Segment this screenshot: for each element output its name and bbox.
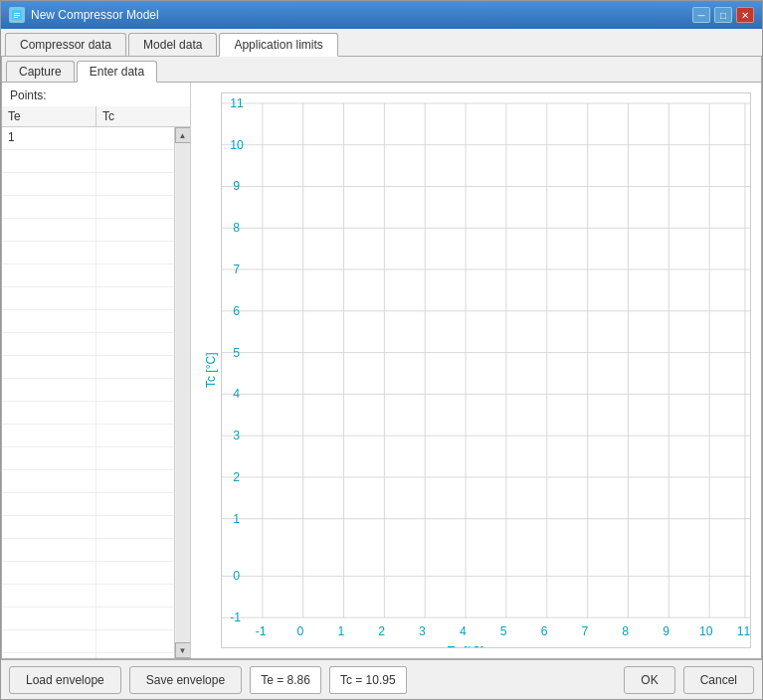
svg-text:11: 11 — [737, 624, 750, 638]
svg-text:6: 6 — [541, 624, 548, 638]
table-row — [2, 219, 190, 242]
scroll-up-button[interactable]: ▲ — [175, 127, 191, 143]
svg-text:11: 11 — [230, 96, 244, 110]
cell-te-1: 1 — [2, 127, 96, 149]
svg-rect-3 — [14, 17, 18, 18]
close-button[interactable]: ✕ — [736, 7, 754, 23]
tc-status: Tc = 10.95 — [329, 666, 407, 694]
load-envelope-button[interactable]: Load envelope — [9, 666, 121, 694]
table-row — [2, 608, 190, 630]
table-row — [2, 310, 190, 333]
svg-text:9: 9 — [233, 180, 240, 194]
left-panel: Points: Te Tc 1 — [2, 83, 191, 658]
svg-rect-1 — [14, 13, 20, 14]
scroll-down-button[interactable]: ▼ — [175, 642, 191, 658]
table-body: 1 — [2, 127, 190, 658]
svg-text:-1: -1 — [256, 624, 267, 638]
svg-text:7: 7 — [233, 262, 240, 276]
table-scrollbar[interactable]: ▲ ▼ — [174, 127, 190, 658]
table-row — [2, 173, 190, 196]
col-te-header: Te — [2, 106, 96, 126]
ok-button[interactable]: OK — [624, 666, 674, 694]
table-row — [2, 425, 190, 447]
maximize-button[interactable]: □ — [714, 7, 732, 23]
svg-text:0: 0 — [233, 570, 240, 584]
table-row — [2, 356, 190, 379]
chart-inner: 11 10 9 8 7 6 5 4 3 2 1 — [221, 92, 751, 648]
title-bar-left: New Compressor Model — [9, 7, 159, 23]
minimize-button[interactable]: ─ — [692, 7, 710, 23]
tab-enter-data[interactable]: Enter data — [77, 61, 157, 83]
svg-text:4: 4 — [233, 387, 240, 401]
svg-text:8: 8 — [233, 221, 240, 235]
svg-text:10: 10 — [230, 138, 244, 152]
svg-text:1: 1 — [233, 512, 240, 526]
svg-text:1: 1 — [337, 624, 344, 638]
table-row — [2, 264, 190, 287]
title-bar: New Compressor Model ─ □ ✕ — [1, 1, 762, 29]
save-envelope-button[interactable]: Save envelope — [129, 666, 242, 694]
chart-container: Tc [°C] — [201, 92, 751, 648]
table-row — [2, 150, 190, 173]
svg-text:5: 5 — [233, 346, 240, 360]
svg-text:3: 3 — [233, 429, 240, 442]
bottom-bar: Load envelope Save envelope Te = 8.86 Tc… — [1, 659, 762, 699]
svg-text:5: 5 — [500, 624, 507, 638]
main-content: Points: Te Tc 1 — [2, 83, 761, 658]
svg-text:2: 2 — [233, 470, 240, 484]
scroll-track — [176, 143, 190, 642]
tab-capture[interactable]: Capture — [6, 61, 75, 82]
table-header: Te Tc — [2, 106, 190, 127]
inner-tab-bar: Capture Enter data — [2, 57, 761, 83]
table-row — [2, 493, 190, 516]
table-row — [2, 516, 190, 539]
svg-text:0: 0 — [297, 624, 304, 638]
svg-text:2: 2 — [378, 624, 385, 638]
title-buttons: ─ □ ✕ — [692, 7, 754, 23]
table-row — [2, 196, 190, 219]
svg-text:10: 10 — [699, 624, 713, 638]
svg-text:6: 6 — [233, 304, 240, 318]
window-title: New Compressor Model — [31, 8, 159, 22]
svg-text:9: 9 — [663, 624, 669, 638]
col-tc-header: Tc — [96, 106, 190, 126]
svg-text:Te [°C]: Te [°C] — [448, 644, 484, 647]
svg-text:8: 8 — [622, 624, 629, 638]
tab-model-data[interactable]: Model data — [128, 33, 217, 56]
svg-text:4: 4 — [460, 624, 467, 638]
table-row — [2, 287, 190, 310]
table-row — [2, 539, 190, 562]
table-row — [2, 379, 190, 402]
tc-input-1[interactable] — [102, 130, 184, 144]
main-window: New Compressor Model ─ □ ✕ Compressor da… — [0, 0, 763, 700]
points-label: Points: — [2, 83, 190, 106]
table-row — [2, 585, 190, 608]
tab-application-limits[interactable]: Application limits — [219, 33, 337, 57]
content-area: Capture Enter data Points: Te Tc 1 — [1, 57, 762, 659]
table-row — [2, 402, 190, 425]
chart-grid: 11 10 9 8 7 6 5 4 3 2 1 — [222, 93, 750, 647]
window-icon — [9, 7, 25, 23]
tab-compressor-data[interactable]: Compressor data — [5, 33, 126, 56]
svg-text:3: 3 — [419, 624, 426, 638]
table-row — [2, 447, 190, 470]
svg-text:7: 7 — [581, 624, 588, 638]
table-row — [2, 333, 190, 356]
right-panel: Tc [°C] — [191, 83, 761, 658]
chart-plot: 11 10 9 8 7 6 5 4 3 2 1 — [221, 92, 751, 648]
table-row — [2, 630, 190, 653]
table-row — [2, 470, 190, 493]
te-status: Te = 8.86 — [250, 666, 321, 694]
cancel-button[interactable]: Cancel — [683, 666, 754, 694]
svg-rect-2 — [14, 15, 20, 16]
table-row — [2, 562, 190, 585]
top-tab-bar: Compressor data Model data Application l… — [1, 29, 762, 57]
svg-text:-1: -1 — [230, 611, 241, 624]
table-row — [2, 242, 190, 264]
y-axis-label: Tc [°C] — [201, 92, 221, 648]
table-row: 1 — [2, 127, 190, 150]
table-row — [2, 653, 190, 658]
